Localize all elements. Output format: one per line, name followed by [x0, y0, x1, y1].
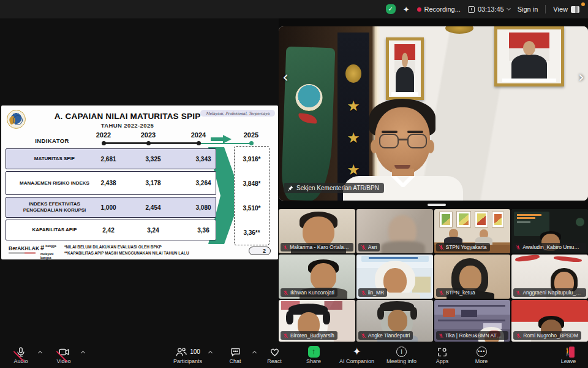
zoom-meeting-window: ✓ ✦ Recording... 03:13:45 Sign in View A… — [0, 0, 588, 368]
table-row: MANAJEMEN RISIKO INDEKS 2,438 3,178 3,26… — [6, 171, 216, 195]
year-label-2022: 2022 — [85, 131, 122, 139]
speaker-name: Sekjen Kementerian ATR/BPN — [296, 185, 379, 191]
view-label: View — [553, 6, 568, 13]
hashtag-word: bangga — [45, 244, 56, 248]
cell-2024: 3,343 — [181, 149, 225, 169]
hashtag-word: bangsa — [40, 256, 51, 259]
mic-muted-icon — [439, 333, 443, 339]
table-row: INDEKS EFEKTIVITAS PENGENDALIAN KORUPSI … — [6, 197, 216, 218]
ministry-logo — [7, 110, 26, 129]
slide-subtitle: TAHUN 2022-2025 — [44, 122, 211, 129]
mic-muted-icon — [439, 245, 444, 250]
audio-button[interactable]: Audio — [7, 346, 34, 364]
president-portrait — [386, 37, 424, 100]
audio-menu-caret[interactable] — [38, 351, 42, 355]
cell-2022: 2,438 — [86, 172, 130, 194]
participants-button[interactable]: 100 Participants — [173, 346, 202, 364]
leave-label: Leave — [561, 358, 576, 364]
main-speaker-video[interactable]: ★ ★ ★ Sekjen Kementerian ATR/BPN — [279, 26, 588, 201]
chat-menu-caret[interactable] — [252, 351, 257, 355]
participant-tile[interactable]: Tika | Rokeu&BMN ATRBPN — [434, 300, 511, 342]
projection-value: 3,510* — [235, 196, 269, 220]
participant-name: Romi Nugroho_BPSDM — [523, 332, 578, 339]
flag-star: ★ — [337, 99, 369, 113]
ai-companion-icon: ✦ — [352, 346, 361, 358]
video-button[interactable]: Video — [50, 346, 77, 364]
gallery-prev-button[interactable]: ‹ — [280, 66, 291, 88]
motto-badge: Melayani, Profesional, Terpercaya — [200, 110, 275, 117]
participant-name-badge: STPN_ketua — [436, 288, 478, 297]
participant-name-badge: STPN Yogyakarta — [436, 243, 490, 251]
sign-in-button[interactable]: Sign in — [518, 6, 538, 13]
projection-value: 3,848* — [235, 171, 269, 196]
participant-name-badge: Biroren_Budiyarsih — [281, 331, 337, 340]
share-screen-icon: ↑ — [308, 346, 320, 358]
cell-2022: 2,42 — [86, 220, 130, 240]
speaker-eyebrow — [407, 131, 423, 133]
participant-grid: Makarima - Karo Ortala & MR Asri — [279, 209, 588, 342]
heart-icon — [269, 346, 281, 358]
info-icon: i — [396, 347, 407, 357]
mic-muted-icon — [361, 333, 366, 339]
leave-button[interactable]: 🚶 Leave — [555, 346, 582, 364]
participant-name: STPN Yogyakarta — [446, 244, 487, 250]
apps-icon — [437, 346, 448, 358]
ai-companion-button[interactable]: ✦ AI Companion — [339, 346, 374, 364]
participant-tile[interactable]: STPN_ketua — [434, 255, 511, 299]
berakhlak-logo: BerAKHLAK — [9, 245, 39, 254]
react-button[interactable]: React — [261, 346, 288, 364]
participant-name: Angke Tiandeputri — [368, 332, 410, 339]
pin-icon — [287, 185, 293, 191]
more-label: More — [475, 358, 488, 364]
top-bar: ✓ ✦ Recording... 03:13:45 Sign in View — [0, 0, 588, 18]
mic-muted-icon — [283, 245, 288, 250]
more-button[interactable]: ••• More — [468, 346, 495, 364]
video-resize-handle[interactable] — [428, 204, 446, 206]
view-button[interactable]: View — [553, 6, 579, 13]
mic-muted-icon — [15, 346, 26, 358]
participants-menu-caret[interactable] — [208, 351, 213, 355]
participant-name-badge: Anggraeni Napitupulu_PTPP — [513, 288, 586, 297]
presentation-slide: A. CAPAIAN NILAI MATURITAS SPIP TAHUN 20… — [1, 105, 278, 259]
speaker-ear — [427, 140, 434, 153]
table-row: KAPABILITAS APIP 2,42 3,24 3,36 — [6, 220, 216, 240]
participant-name-badge: iin_MR — [358, 288, 387, 297]
mic-muted-icon — [439, 290, 444, 296]
meeting-timer[interactable]: 03:13:45 — [468, 6, 510, 13]
mic-muted-icon — [516, 290, 521, 296]
participant-tile[interactable]: Anggraeni Napitupulu_PTPP — [511, 255, 588, 299]
ai-sparkle-icon[interactable]: ✦ — [403, 5, 410, 14]
participant-tile[interactable]: STPN Yogyakarta — [434, 209, 511, 253]
participant-tile[interactable]: Angke Tiandeputri — [356, 300, 433, 342]
timer-value: 03:13:45 — [478, 6, 504, 13]
privacy-shield-icon[interactable]: ✓ — [386, 4, 396, 14]
cell-2023: 3,24 — [131, 220, 175, 240]
participant-tile[interactable]: Makarima - Karo Ortala & MR — [279, 209, 355, 253]
apps-label: Apps — [436, 358, 449, 364]
camera-active-dot — [581, 2, 585, 6]
participant-tile[interactable]: iin_MR — [356, 255, 433, 299]
chat-label: Chat — [230, 358, 241, 364]
page-number-badge: 2 — [249, 247, 271, 255]
apps-button[interactable]: Apps — [429, 346, 456, 364]
gallery-next-button[interactable]: › — [576, 66, 587, 88]
timeline-dot-2025 — [249, 141, 254, 145]
participant-tile[interactable]: Asri — [356, 209, 433, 253]
recording-indicator[interactable]: Recording... — [417, 6, 461, 13]
meeting-info-button[interactable]: i Meeting info — [386, 346, 417, 364]
speaker-glasses — [379, 134, 427, 150]
participant-tile[interactable]: Romi Nugroho_BPSDM — [511, 300, 588, 342]
participant-tile[interactable]: Ikhwan Kuncorojati — [279, 255, 355, 299]
timer-icon — [468, 6, 475, 13]
cell-2024: 3,36 — [181, 220, 225, 240]
share-button[interactable]: ↑ Share — [300, 346, 327, 364]
participant-tile[interactable]: Awaludin_Kabiro Umum da... — [511, 209, 588, 253]
participant-name-badge: Makarima - Karo Ortala & MR — [281, 243, 353, 251]
react-label: React — [267, 358, 282, 364]
video-menu-caret[interactable] — [81, 351, 85, 355]
participant-tile[interactable]: Biroren_Budiyarsih — [279, 300, 355, 342]
hash-icon: # — [40, 244, 44, 252]
mic-muted-icon — [361, 245, 366, 250]
chat-button[interactable]: Chat — [222, 346, 249, 364]
flag-star: ★ — [337, 131, 369, 145]
